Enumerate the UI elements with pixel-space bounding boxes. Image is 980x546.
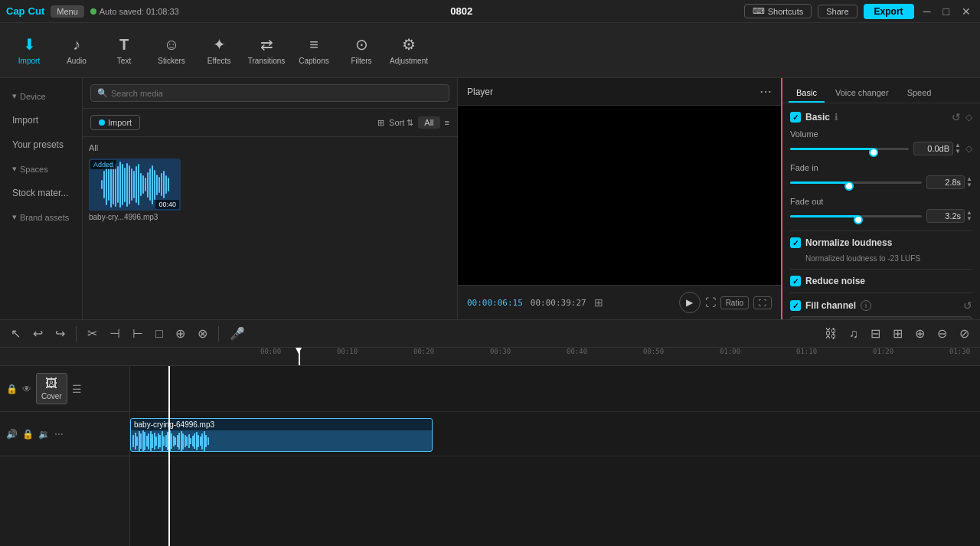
zoom-in-button[interactable]: ⊕: [910, 323, 929, 344]
ruler-marks-area: 00:00 00:10 00:20 00:30 00:40 00:50 01:0…: [260, 348, 850, 365]
fit-screen-button[interactable]: ⛶: [705, 296, 716, 309]
audio-volume-icon[interactable]: 🔉: [38, 429, 50, 440]
audio-track-header: 🔊 🔒 🔉 ⋯: [0, 412, 129, 456]
fade-in-down[interactable]: ▼: [966, 182, 972, 188]
player-controls: 00:00:06:15 00:00:39:27 ⊞ ▶ ⛶ Ratio ⛶: [458, 285, 781, 319]
tab-basic[interactable]: Basic: [789, 84, 825, 103]
undo-button[interactable]: ↩: [28, 323, 47, 344]
volume-slider[interactable]: [790, 142, 909, 155]
play-button[interactable]: ▶: [679, 292, 701, 313]
media-item[interactable]: Added 00:40 baby-cry...4996.mp3: [89, 159, 181, 224]
detach-audio-button[interactable]: ⊞: [888, 323, 907, 344]
maximize-button[interactable]: □: [940, 5, 952, 18]
delete-button[interactable]: □: [151, 324, 168, 344]
protect-button[interactable]: ⊕: [171, 323, 190, 344]
fill-channel-checkbox[interactable]: [790, 300, 801, 311]
link-button[interactable]: ⛓: [820, 324, 841, 344]
volume-value: ▲ ▼: [913, 142, 961, 155]
toolbar-item-adjustment[interactable]: ⚙ Adjustment: [386, 28, 432, 74]
audio-track-button[interactable]: ♫: [844, 324, 863, 344]
search-input[interactable]: [111, 89, 443, 98]
volume-down[interactable]: ▼: [955, 149, 961, 155]
fade-in-slider[interactable]: [790, 176, 922, 188]
info-icon-basic[interactable]: ℹ: [835, 112, 838, 123]
toolbar-item-captions[interactable]: ≡ Captions: [291, 28, 337, 74]
import-button[interactable]: Import: [90, 115, 140, 130]
minimize-button[interactable]: ─: [920, 5, 934, 18]
lock-icon[interactable]: 🔒: [6, 384, 18, 394]
toolbar-item-filters[interactable]: ⊙ Filters: [338, 28, 384, 74]
sidebar-item-your-presets[interactable]: Your presets: [3, 133, 79, 156]
volume-input[interactable]: [913, 142, 953, 155]
tab-speed[interactable]: Speed: [900, 84, 939, 103]
shortcuts-button[interactable]: ⌨ Shortcuts: [744, 4, 812, 18]
fade-in-thumb[interactable]: [844, 181, 854, 191]
microphone-button[interactable]: 🎤: [225, 323, 250, 344]
volume-thumb[interactable]: [869, 148, 878, 157]
toolbar-item-transitions[interactable]: ⇄ Transitions: [243, 28, 289, 74]
diamond-icon[interactable]: ◇: [965, 112, 972, 123]
close-button[interactable]: ✕: [959, 5, 974, 18]
grid-view-icon[interactable]: ⊞: [377, 118, 384, 128]
trim-right-button[interactable]: ⊢: [128, 323, 148, 344]
search-box[interactable]: 🔍: [90, 84, 449, 102]
toolbar-item-stickers[interactable]: ☺ Stickers: [149, 28, 194, 74]
tab-voice-changer[interactable]: Voice changer: [828, 84, 897, 103]
export-button[interactable]: Export: [864, 4, 914, 19]
ruler-mark-50: 00:50: [643, 348, 664, 355]
sidebar-item-spaces[interactable]: ▾ Spaces: [3, 158, 79, 180]
divider-1: [790, 230, 972, 231]
reduce-noise-checkbox[interactable]: [790, 276, 801, 286]
eye-icon[interactable]: 👁: [22, 384, 31, 394]
player-menu-icon[interactable]: ⋯: [760, 84, 772, 99]
audio-clip[interactable]: baby-crying-64996.mp3: [130, 418, 433, 452]
select-tool[interactable]: ↖: [6, 323, 25, 344]
all-filter-button[interactable]: All: [418, 116, 439, 129]
sidebar-item-stock[interactable]: Stock mater...: [3, 181, 79, 204]
split-button[interactable]: ✂: [83, 323, 102, 344]
toolbar-item-import[interactable]: ⬇ Import: [6, 28, 52, 74]
cover-button[interactable]: 🖼 Cover: [36, 373, 67, 404]
fade-out-input[interactable]: [926, 209, 965, 223]
sidebar-item-brand-assets[interactable]: ▾ Brand assets: [3, 206, 79, 228]
audio-more-icon[interactable]: ⋯: [54, 429, 64, 440]
fade-out-thumb[interactable]: [854, 215, 863, 224]
sidebar-item-device[interactable]: ▾ Device: [3, 85, 79, 107]
fade-out-down[interactable]: ▼: [966, 216, 972, 222]
shield-button[interactable]: ⊗: [193, 323, 212, 344]
fade-out-slider[interactable]: [790, 210, 922, 222]
layout-icon[interactable]: ☰: [72, 383, 82, 395]
ruler-mark-70: 01:10: [796, 348, 817, 355]
normalize-checkbox[interactable]: [790, 237, 801, 248]
text-icon: T: [119, 36, 129, 54]
trim-left-button[interactable]: ⊣: [105, 323, 125, 344]
sidebar-item-import[interactable]: Import: [3, 109, 79, 132]
filter-icon[interactable]: ≡: [445, 118, 449, 127]
fade-in-fill: [790, 181, 849, 184]
split-audio-button[interactable]: ⊟: [866, 323, 885, 344]
basic-checkbox[interactable]: [790, 112, 801, 123]
fullscreen-button[interactable]: ⛶: [753, 296, 772, 309]
reset-basic-button[interactable]: ↺: [952, 111, 961, 123]
video-track-header: 🔒 👁 🖼 Cover ☰: [0, 366, 129, 412]
toolbar-item-effects[interactable]: ✦ Effects: [196, 28, 242, 74]
sort-button[interactable]: Sort ⇅: [389, 118, 413, 128]
menu-button[interactable]: Menu: [51, 5, 84, 18]
share-button[interactable]: Share: [818, 5, 857, 18]
fill-channel-reset[interactable]: ↺: [963, 299, 972, 312]
toolbar-item-audio[interactable]: ♪ Audio: [54, 28, 100, 74]
fill-channel-label: Fill channel: [805, 300, 856, 311]
volume-diamond-icon[interactable]: ◇: [965, 143, 972, 154]
zoom-out-button[interactable]: ⊖: [933, 323, 952, 344]
volume-stepper: ▲ ▼: [955, 142, 961, 155]
player-screen: [458, 106, 781, 285]
fade-in-input[interactable]: [926, 175, 965, 189]
redo-button[interactable]: ↪: [51, 323, 70, 344]
timeline-controls: ⛓ ♫ ⊟ ⊞ ⊕ ⊖ ⊘: [820, 323, 974, 344]
grid-icon[interactable]: ⊞: [594, 296, 603, 309]
audio-lock-icon[interactable]: 🔒: [22, 429, 34, 440]
ratio-button[interactable]: Ratio: [720, 296, 749, 309]
fill-channel-info-icon[interactable]: i: [861, 300, 871, 311]
toolbar-item-text[interactable]: T Text: [101, 28, 147, 74]
more-controls-button[interactable]: ⊘: [955, 323, 974, 344]
